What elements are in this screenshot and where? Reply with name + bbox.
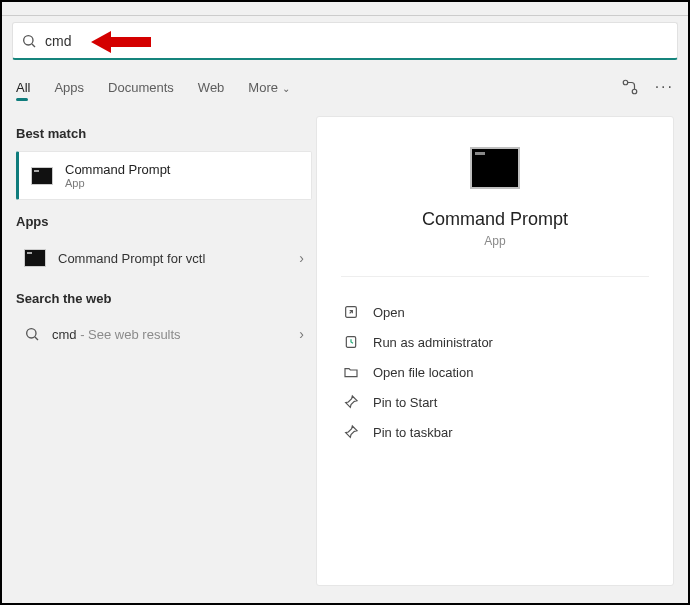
tab-apps[interactable]: Apps [54, 80, 84, 95]
svg-point-3 [623, 80, 628, 85]
command-prompt-icon [470, 147, 520, 189]
filter-tabs: All Apps Documents Web More⌄ ··· [2, 60, 688, 106]
action-run-admin[interactable]: Run as administrator [341, 327, 649, 357]
search-bar[interactable] [12, 22, 678, 60]
tab-web[interactable]: Web [198, 80, 225, 95]
search-icon [21, 33, 37, 49]
svg-point-5 [27, 329, 36, 338]
action-label: Pin to taskbar [373, 425, 453, 440]
svg-marker-2 [91, 31, 151, 53]
open-icon [343, 304, 359, 320]
preview-title: Command Prompt [341, 209, 649, 230]
svg-point-0 [24, 35, 33, 44]
tab-documents[interactable]: Documents [108, 80, 174, 95]
apps-heading: Apps [16, 214, 312, 229]
best-match-subtitle: App [65, 177, 170, 189]
preview-pane: Command Prompt App Open Run as administr… [316, 116, 674, 586]
annotation-arrow [91, 29, 151, 55]
action-open[interactable]: Open [341, 297, 649, 327]
tab-all[interactable]: All [16, 80, 30, 95]
search-icon [24, 326, 40, 342]
best-match-heading: Best match [16, 126, 312, 141]
folder-icon [343, 364, 359, 380]
pin-icon [343, 424, 359, 440]
web-result-label: cmd - See web results [52, 327, 287, 342]
chevron-right-icon: › [299, 326, 304, 342]
tab-more[interactable]: More⌄ [248, 80, 290, 95]
pin-icon [343, 394, 359, 410]
flow-icon[interactable] [621, 78, 639, 96]
chevron-down-icon: ⌄ [282, 83, 290, 94]
best-match-result[interactable]: Command Prompt App [16, 151, 312, 200]
svg-line-1 [32, 44, 35, 47]
svg-line-6 [35, 337, 38, 340]
app-result-label: Command Prompt for vctl [58, 251, 287, 266]
action-label: Run as administrator [373, 335, 493, 350]
svg-point-4 [632, 89, 637, 94]
action-label: Pin to Start [373, 395, 437, 410]
app-result[interactable]: Command Prompt for vctl › [16, 239, 312, 277]
action-open-location[interactable]: Open file location [341, 357, 649, 387]
action-pin-taskbar[interactable]: Pin to taskbar [341, 417, 649, 447]
best-match-title: Command Prompt [65, 162, 170, 177]
web-result[interactable]: cmd - See web results › [16, 316, 312, 352]
action-label: Open [373, 305, 405, 320]
action-pin-start[interactable]: Pin to Start [341, 387, 649, 417]
results-pane: Best match Command Prompt App Apps Comma… [2, 106, 312, 586]
command-prompt-icon [24, 249, 46, 267]
more-options-icon[interactable]: ··· [655, 78, 674, 96]
preview-subtitle: App [341, 234, 649, 248]
action-label: Open file location [373, 365, 473, 380]
window-titlebar [2, 2, 688, 16]
divider [341, 276, 649, 277]
search-web-heading: Search the web [16, 291, 312, 306]
shield-icon [343, 334, 359, 350]
chevron-right-icon: › [299, 250, 304, 266]
command-prompt-icon [31, 167, 53, 185]
